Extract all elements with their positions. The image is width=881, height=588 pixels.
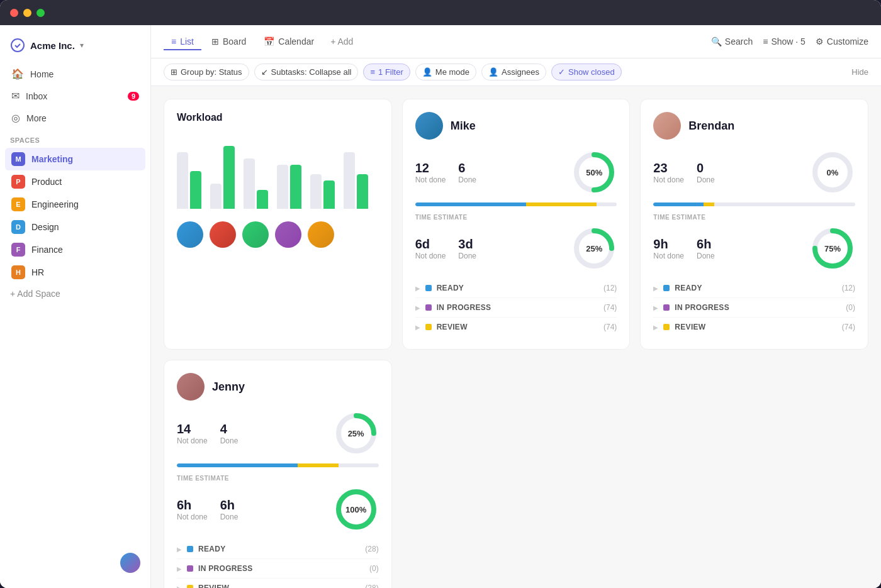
spaces-label: Spaces — [0, 129, 150, 148]
sidebar: Acme Inc. ▾ 🏠 Home ✉ Inbox 9 ◎ More Sp — [0, 25, 151, 588]
tab-list[interactable]: ≡ List — [164, 33, 201, 50]
chevron-right-icon: ▶ — [653, 304, 658, 311]
time-stats-jenny: 6h Not done 6h Done — [177, 487, 379, 532]
stat-not-done-mike: 12 Not done — [415, 161, 446, 184]
customize-button[interactable]: ⚙ Customize — [816, 36, 868, 47]
filter-icon: ≡ — [370, 67, 375, 77]
chevron-right-icon: ▶ — [415, 324, 420, 331]
time-circle-jenny: 100% — [334, 487, 379, 532]
sidebar-item-design[interactable]: D Design — [5, 216, 145, 238]
time-circle-brendan: 75% — [810, 226, 855, 271]
progress-bar-jenny — [177, 463, 379, 467]
person-name-brendan: Brendan — [688, 119, 734, 133]
person-header-jenny: Jenny — [177, 373, 379, 401]
status-dot-inprogress — [187, 565, 193, 572]
status-dot-ready — [425, 285, 432, 291]
logo[interactable]: Acme Inc. ▾ — [0, 33, 150, 63]
sidebar-item-home[interactable]: 🏠 Home — [5, 63, 145, 85]
progress-bar-mike — [415, 202, 617, 206]
space-badge-design: D — [11, 220, 25, 234]
time-not-done-mike: 6d Not done — [415, 237, 446, 260]
pb-blue-brendan — [653, 202, 704, 206]
workload-chart — [177, 133, 379, 209]
time-stats-mike: 6d Not done 3d Done — [415, 226, 617, 271]
space-label: Product — [31, 177, 62, 187]
space-badge-finance: F — [11, 243, 25, 257]
add-space-label: + Add Space — [10, 289, 60, 299]
group-by-chip[interactable]: ⊞ Group by: Status — [164, 64, 249, 80]
sidebar-item-inbox[interactable]: ✉ Inbox 9 — [5, 85, 145, 107]
sidebar-item-hr[interactable]: H HR — [5, 261, 145, 284]
hide-button[interactable]: Hide — [851, 67, 868, 77]
sidebar-item-product[interactable]: P Product — [5, 170, 145, 193]
time-not-done-jenny: 6h Not done — [177, 498, 208, 521]
stat-done-mike: 6 Done — [458, 161, 476, 184]
space-badge-engineering: E — [11, 197, 25, 211]
bar-green — [223, 146, 235, 209]
status-ready-mike[interactable]: ▶ READY (12) — [415, 279, 617, 297]
sidebar-item-more[interactable]: ◎ More — [5, 107, 145, 129]
filter-chip[interactable]: ≡ 1 Filter — [363, 64, 410, 80]
search-button[interactable]: 🔍 Search — [711, 36, 753, 47]
subtasks-icon: ↙ — [261, 67, 268, 77]
bar-gray — [277, 165, 288, 209]
status-list-jenny: ▶ READY (28) ▶ IN PROGRESS (0) — [177, 540, 379, 588]
workload-title: Workload — [177, 112, 379, 123]
time-done-brendan: 6h Done — [697, 237, 715, 260]
tab-calendar[interactable]: 📅 Calendar — [256, 33, 322, 50]
more-icon: ◎ — [11, 112, 20, 124]
tab-board[interactable]: ⊞ Board — [204, 33, 254, 50]
spaces-list: M Marketing P Product E Engineering D De… — [0, 148, 150, 284]
chevron-right-icon: ▶ — [177, 585, 182, 589]
avatar-2 — [210, 221, 236, 248]
time-done-jenny: 6h Done — [220, 498, 238, 521]
add-view-label: + Add — [330, 36, 353, 47]
status-review-brendan[interactable]: ▶ REVIEW (74) — [653, 317, 855, 336]
pb-yellow-mike — [526, 202, 597, 206]
person-header-brendan: Brendan — [653, 112, 855, 140]
add-view-button[interactable]: + Add — [324, 33, 359, 50]
status-dot-review — [187, 585, 193, 588]
inbox-badge: 9 — [128, 92, 139, 101]
space-badge-hr: H — [11, 265, 25, 279]
show-button[interactable]: ≡ Show · 5 — [763, 36, 805, 47]
close-button[interactable] — [10, 9, 18, 17]
sidebar-item-label: Home — [30, 69, 53, 79]
sidebar-nav: 🏠 Home ✉ Inbox 9 ◎ More — [0, 63, 150, 129]
status-inprogress-jenny[interactable]: ▶ IN PROGRESS (0) — [177, 558, 379, 578]
status-inprogress-brendan[interactable]: ▶ IN PROGRESS (0) — [653, 297, 855, 317]
chevron-right-icon: ▶ — [415, 285, 420, 292]
tab-label: Board — [223, 36, 246, 47]
status-review-jenny[interactable]: ▶ REVIEW (28) — [177, 578, 379, 588]
space-badge-marketing: M — [11, 152, 25, 166]
status-ready-jenny[interactable]: ▶ READY (28) — [177, 540, 379, 558]
stat-not-done-jenny: 14 Not done — [177, 422, 208, 445]
bar-group-1 — [177, 152, 201, 209]
tab-label: Calendar — [278, 36, 314, 47]
status-ready-brendan[interactable]: ▶ READY (12) — [653, 279, 855, 297]
calendar-icon: 📅 — [264, 36, 274, 47]
status-dot-inprogress — [663, 304, 670, 311]
maximize-button[interactable] — [36, 9, 45, 17]
sidebar-item-finance[interactable]: F Finance — [5, 238, 145, 261]
user-avatar[interactable] — [120, 553, 140, 573]
company-name: Acme Inc. — [30, 40, 75, 51]
logo-icon — [10, 38, 25, 53]
svg-point-0 — [11, 39, 24, 52]
person-name-jenny: Jenny — [212, 380, 245, 394]
status-review-mike[interactable]: ▶ REVIEW (74) — [415, 317, 617, 336]
add-space-button[interactable]: + Add Space — [0, 284, 150, 304]
space-badge-product: P — [11, 175, 25, 189]
status-inprogress-mike[interactable]: ▶ IN PROGRESS (74) — [415, 297, 617, 317]
sidebar-item-engineering[interactable]: E Engineering — [5, 193, 145, 216]
stat-not-done-brendan: 23 Not done — [653, 161, 684, 184]
minimize-button[interactable] — [23, 9, 31, 17]
me-mode-chip[interactable]: 👤 Me mode — [415, 64, 476, 80]
assignees-chip[interactable]: 👤 Assignees — [481, 64, 546, 80]
bar-gray — [210, 184, 222, 209]
subtasks-chip[interactable]: ↙ Subtasks: Collapse all — [254, 64, 359, 80]
sidebar-item-marketing[interactable]: M Marketing — [5, 148, 145, 170]
show-closed-chip[interactable]: ✓ Show closed — [551, 64, 622, 80]
person-name-mike: Mike — [451, 119, 476, 133]
titlebar — [0, 0, 881, 25]
